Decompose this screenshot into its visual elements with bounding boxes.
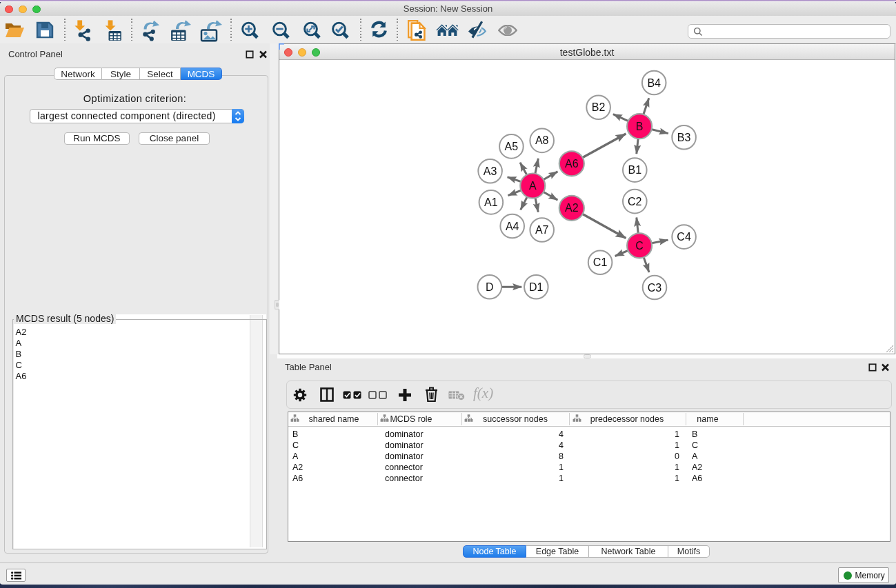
svg-text:D1: D1	[529, 281, 544, 293]
svg-text:C4: C4	[677, 231, 691, 243]
svg-text:A: A	[529, 180, 537, 192]
svg-text:C: C	[635, 240, 644, 252]
svg-text:A7: A7	[535, 224, 549, 236]
svg-text:B1: B1	[628, 164, 642, 176]
svg-text:A1: A1	[484, 196, 498, 208]
svg-text:A3: A3	[484, 165, 497, 177]
svg-text:B4: B4	[647, 77, 661, 89]
svg-text:A5: A5	[505, 141, 519, 152]
svg-text:D: D	[486, 281, 494, 293]
svg-text:C2: C2	[628, 196, 642, 207]
svg-text:A6: A6	[565, 158, 579, 170]
svg-text:A2: A2	[565, 202, 579, 214]
svg-text:C3: C3	[648, 282, 662, 294]
svg-text:B: B	[636, 121, 644, 132]
svg-text:A8: A8	[535, 134, 549, 146]
svg-text:B2: B2	[592, 101, 606, 113]
svg-text:B3: B3	[677, 132, 691, 143]
svg-text:A4: A4	[506, 221, 519, 232]
svg-text:C1: C1	[593, 256, 608, 268]
